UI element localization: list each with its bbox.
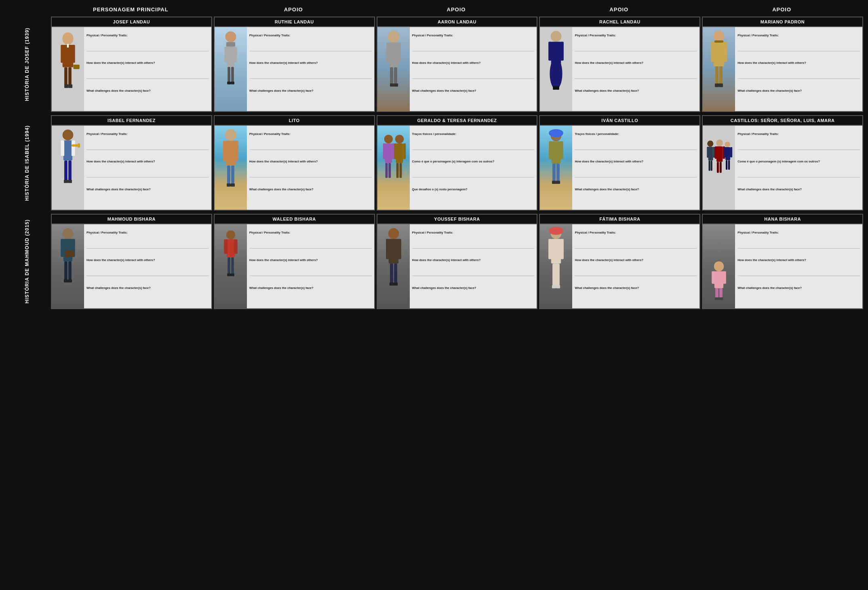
question-space-r0-c2-q1 (412, 65, 535, 77)
svg-rect-123 (394, 263, 397, 283)
question-block-r1-c4-q0: Physical / Personality Traits: (737, 132, 860, 150)
card-questions-r0-c3: Physical / Personality Traits:How does t… (572, 27, 699, 111)
question-space-r1-c2-q1 (412, 164, 535, 175)
question-space-r1-c1-q1 (249, 164, 372, 175)
char-image-r2-c4 (703, 224, 735, 308)
svg-point-62 (384, 135, 392, 143)
svg-rect-4 (64, 67, 67, 85)
question-label-r0-c2-q1: How does the character(s) interact with … (412, 61, 535, 65)
char-image-r0-c4 (703, 27, 735, 111)
svg-rect-3 (72, 45, 75, 63)
question-block-r2-c2-q1: How does the character(s) interact with … (412, 258, 535, 276)
header-col5: APOIO (700, 5, 863, 14)
svg-rect-24 (390, 67, 393, 84)
svg-rect-125 (394, 282, 398, 286)
svg-rect-53 (78, 143, 80, 148)
question-space-r0-c0-q1 (86, 65, 209, 77)
svg-rect-114 (228, 257, 230, 274)
question-space-r2-c2-q2 (412, 291, 535, 302)
svg-rect-84 (708, 147, 713, 160)
question-label-r2-c0-q1: How does the character(s) interact with … (86, 258, 209, 262)
character-name-r0-c2: AARON LANDAU (377, 17, 537, 27)
question-label-r1-c0-q2: What challenges does the character(s) fa… (86, 188, 209, 191)
question-label-r2-c2-q0: Physical / Personality Traits: (412, 231, 535, 234)
question-block-r2-c3-q0: Physical / Personality Traits: (575, 231, 697, 249)
question-block-r2-c1-q2: What challenges does the character(s) fa… (249, 286, 372, 302)
svg-rect-46 (61, 140, 64, 156)
svg-rect-17 (231, 67, 234, 82)
svg-rect-94 (720, 162, 722, 173)
question-label-r2-c3-q2: What challenges does the character(s) fa… (575, 286, 697, 290)
question-label-r0-c1-q2: What challenges does the character(s) fa… (249, 89, 372, 93)
svg-rect-39 (715, 66, 718, 84)
char-image-r2-c1 (215, 224, 247, 308)
svg-rect-103 (61, 239, 64, 257)
card-questions-r1-c4: Physical / Personality Traits:Como é que… (735, 126, 862, 210)
card-questions-r1-c0: Physical / Personality Traits:How does t… (84, 126, 211, 210)
question-block-r0-c1-q0: Physical / Personality Traits: (249, 34, 372, 51)
character-card-r2-c4: HANA BISHARA Physical / Personality Trai… (702, 214, 863, 309)
svg-rect-72 (396, 163, 398, 178)
question-block-r1-c0-q1: How does the character(s) interact with … (86, 160, 209, 177)
question-label-r1-c4-q0: Physical / Personality Traits: (737, 132, 860, 136)
svg-rect-22 (386, 42, 390, 63)
svg-point-9 (63, 33, 74, 44)
question-space-r0-c3-q1 (575, 65, 697, 77)
svg-rect-31 (560, 42, 564, 61)
question-space-r0-c2-q2 (412, 93, 535, 105)
question-block-r0-c1-q1: How does the character(s) interact with … (249, 61, 372, 79)
question-block-r2-c4-q2: What challenges does the character(s) fa… (737, 286, 860, 302)
question-block-r2-c1-q0: Physical / Personality Traits: (249, 231, 372, 249)
svg-rect-109 (65, 251, 74, 257)
question-block-r0-c2-q1: How does the character(s) interact with … (412, 61, 535, 79)
question-label-r0-c2-q2: What challenges does the character(s) fa… (412, 89, 535, 93)
question-space-r2-c3-q2 (575, 291, 697, 302)
question-label-r2-c0-q0: Physical / Personality Traits: (86, 231, 209, 234)
question-label-r0-c0-q1: How does the character(s) interact with … (86, 61, 209, 65)
story-row-2: HISTÓRIA DE MAHMOUD (2015)MAHMOUD BISHAR… (5, 214, 863, 309)
svg-rect-90 (716, 146, 723, 162)
char-image-r0-c1 (215, 27, 247, 111)
svg-point-35 (714, 31, 725, 42)
question-block-r0-c3-q2: What challenges does the character(s) fa… (575, 89, 697, 105)
question-space-r0-c1-q1 (249, 65, 372, 77)
svg-rect-50 (64, 180, 68, 183)
svg-rect-121 (398, 239, 401, 259)
svg-rect-42 (719, 84, 723, 87)
svg-rect-33 (553, 86, 556, 90)
question-space-r0-c2-q0 (412, 38, 535, 49)
svg-rect-71 (403, 143, 406, 159)
question-label-r1-c1-q1: How does the character(s) interact with … (249, 160, 372, 163)
question-space-r2-c0-q0 (86, 235, 209, 247)
svg-rect-19 (231, 82, 234, 84)
question-block-r1-c1-q0: Physical / Personality Traits: (249, 132, 372, 150)
svg-rect-79 (553, 164, 556, 181)
question-space-r0-c1-q2 (249, 93, 372, 105)
question-label-r0-c1-q0: Physical / Personality Traits: (249, 34, 372, 37)
character-card-r1-c3: IVÁN CASTILLO Traços físicos / personali… (539, 115, 700, 211)
svg-rect-45 (63, 140, 72, 160)
svg-rect-100 (728, 160, 730, 170)
question-label-r1-c0-q0: Physical / Personality Traits: (86, 132, 209, 136)
character-name-r2-c4: HANA BISHARA (703, 215, 862, 224)
svg-rect-96 (725, 147, 730, 160)
card-body-r1-c2: Traços físicos / personalidade:Como é qu… (377, 126, 537, 210)
question-block-r1-c3-q1: How does the character(s) interact with … (575, 160, 697, 177)
svg-rect-10 (67, 44, 69, 48)
svg-rect-41 (715, 84, 719, 87)
svg-rect-18 (227, 82, 231, 84)
svg-point-75 (549, 129, 564, 137)
question-space-r1-c2-q0 (412, 137, 535, 148)
card-body-r1-c4: Physical / Personality Traits:Como é que… (703, 126, 862, 210)
character-card-r1-c1: LITO Physical / Personality Traits:How d… (214, 115, 375, 211)
svg-rect-91 (715, 146, 717, 159)
svg-rect-116 (227, 274, 231, 276)
svg-rect-77 (549, 141, 553, 159)
character-name-r2-c2: YOUSSEF BISHARA (377, 215, 537, 224)
svg-rect-137 (723, 271, 726, 284)
character-card-r0-c0: JOSEF LANDAU Physical / Personality Trai… (51, 17, 212, 112)
svg-rect-112 (224, 239, 228, 254)
character-card-r1-c4: CASTILLOS: SEÑOR, SEÑORA, LUIS, AMARA (702, 115, 863, 211)
question-block-r2-c0-q1: How does the character(s) interact with … (86, 258, 209, 276)
question-space-r2-c0-q2 (86, 291, 209, 302)
